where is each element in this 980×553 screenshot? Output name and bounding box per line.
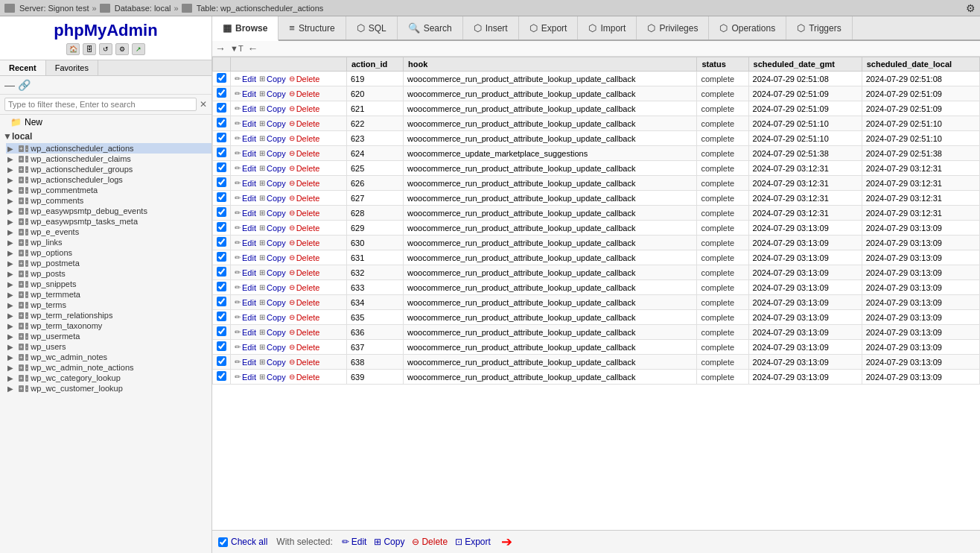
tree-item-wp_snippets[interactable]: ▶ + - wp_snippets — [6, 279, 211, 289]
edit-link[interactable]: ✏ Edit — [235, 164, 256, 173]
copy-link[interactable]: ⊞ Copy — [259, 283, 286, 292]
tree-item-wp_users[interactable]: ▶ + - wp_users — [6, 341, 211, 352]
delete-link[interactable]: ⊖ Delete — [289, 209, 320, 218]
row-checkbox[interactable] — [217, 207, 226, 217]
copy-link[interactable]: ⊞ Copy — [259, 253, 286, 262]
tab-favorites[interactable]: Favorites — [46, 60, 98, 75]
copy-link[interactable]: ⊞ Copy — [259, 298, 286, 307]
edit-link[interactable]: ✏ Edit — [235, 89, 256, 98]
header-scheduled-date-local[interactable]: scheduled_date_local — [862, 57, 979, 72]
refresh-icon[interactable]: ↺ — [99, 43, 112, 55]
tree-item-wp_comments[interactable]: ▶ + - wp_comments — [6, 195, 211, 206]
copy-link[interactable]: ⊞ Copy — [259, 134, 286, 143]
filter-input[interactable] — [4, 98, 197, 111]
copy-link[interactable]: ⊞ Copy — [259, 194, 286, 203]
row-checkbox[interactable] — [217, 118, 226, 127]
delete-link[interactable]: ⊖ Delete — [289, 179, 320, 188]
tab-triggers[interactable]: ⬡Triggers — [786, 16, 853, 40]
nav-back-icon[interactable]: ← — [248, 42, 258, 54]
tab-import[interactable]: ⬡Import — [578, 16, 637, 40]
clear-filter-icon[interactable]: ✕ — [200, 99, 207, 110]
copy-link[interactable]: ⊞ Copy — [259, 313, 286, 322]
header-action-id[interactable]: action_id — [346, 57, 403, 72]
tree-item-wp_commentmeta[interactable]: ▶ + - wp_commentmeta — [6, 185, 211, 195]
tree-root-local[interactable]: ▼ local — [0, 130, 211, 143]
copy-link[interactable]: ⊞ Copy — [259, 179, 286, 188]
tree-item-wp_posts[interactable]: ▶ + - wp_posts — [6, 268, 211, 279]
check-all-label[interactable]: Check all — [231, 537, 267, 547]
copy-link[interactable]: ⊞ Copy — [259, 89, 286, 98]
row-checkbox[interactable] — [217, 326, 226, 336]
delete-link[interactable]: ⊖ Delete — [289, 373, 320, 382]
delete-link[interactable]: ⊖ Delete — [289, 283, 320, 292]
delete-link[interactable]: ⊖ Delete — [289, 238, 320, 247]
row-checkbox[interactable] — [217, 282, 226, 291]
row-checkbox[interactable] — [217, 103, 226, 113]
edit-link[interactable]: ✏ Edit — [235, 75, 256, 83]
delete-link[interactable]: ⊖ Delete — [289, 313, 320, 322]
delete-link[interactable]: ⊖ Delete — [289, 89, 320, 98]
delete-link[interactable]: ⊖ Delete — [289, 343, 320, 352]
tab-search[interactable]: 🔍Search — [398, 16, 463, 40]
bottom-edit-button[interactable]: ✏ Edit — [342, 537, 367, 547]
edit-link[interactable]: ✏ Edit — [235, 134, 256, 143]
delete-link[interactable]: ⊖ Delete — [289, 75, 320, 83]
settings-icon[interactable]: ⚙ — [966, 2, 976, 14]
delete-link[interactable]: ⊖ Delete — [289, 164, 320, 173]
tab-operations[interactable]: ⬡Operations — [709, 16, 786, 40]
delete-link[interactable]: ⊖ Delete — [289, 253, 320, 262]
tree-item-wp_postmeta[interactable]: ▶ + - wp_postmeta — [6, 258, 211, 268]
copy-link[interactable]: ⊞ Copy — [259, 358, 286, 367]
copy-link[interactable]: ⊞ Copy — [259, 209, 286, 218]
delete-link[interactable]: ⊖ Delete — [289, 328, 320, 337]
copy-link[interactable]: ⊞ Copy — [259, 343, 286, 352]
row-checkbox[interactable] — [217, 341, 226, 351]
delete-link[interactable]: ⊖ Delete — [289, 134, 320, 143]
edit-link[interactable]: ✏ Edit — [235, 343, 256, 352]
copy-link[interactable]: ⊞ Copy — [259, 328, 286, 337]
tree-item-wp_term_taxonomy[interactable]: ▶ + - wp_term_taxonomy — [6, 320, 211, 331]
tree-item-wp_options[interactable]: ▶ + - wp_options — [6, 247, 211, 258]
tree-item-wp_terms[interactable]: ▶ + - wp_terms — [6, 300, 211, 310]
header-scheduled-date-gmt[interactable]: scheduled_date_gmt — [748, 57, 862, 72]
edit-link[interactable]: ✏ Edit — [235, 179, 256, 188]
delete-link[interactable]: ⊖ Delete — [289, 358, 320, 367]
sort-icon[interactable]: ▼T — [230, 44, 244, 53]
edit-link[interactable]: ✏ Edit — [235, 373, 256, 382]
row-checkbox[interactable] — [217, 297, 226, 306]
copy-link[interactable]: ⊞ Copy — [259, 119, 286, 128]
tab-sql[interactable]: ⬡SQL — [346, 16, 398, 40]
tree-item-wp_term_relationships[interactable]: ▶ + - wp_term_relationships — [6, 310, 211, 320]
bottom-copy-button[interactable]: ⊞ Copy — [374, 537, 404, 547]
row-checkbox[interactable] — [217, 88, 226, 98]
tree-item-wp_wc_admin_note_actions[interactable]: ▶ + - wp_wc_admin_note_actions — [6, 362, 211, 373]
delete-link[interactable]: ⊖ Delete — [289, 224, 320, 233]
tree-item-wp_actionscheduler_groups[interactable]: ▶ + - wp_actionscheduler_groups — [6, 164, 211, 174]
row-checkbox[interactable] — [217, 222, 226, 232]
edit-link[interactable]: ✏ Edit — [235, 194, 256, 203]
nav-prev-icon[interactable]: → — [215, 42, 226, 54]
delete-link[interactable]: ⊖ Delete — [289, 119, 320, 128]
tab-export[interactable]: ⬡Export — [519, 16, 579, 40]
tab-browse[interactable]: ▦Browse — [212, 16, 279, 41]
row-checkbox[interactable] — [217, 162, 226, 172]
edit-link[interactable]: ✏ Edit — [235, 238, 256, 247]
copy-link[interactable]: ⊞ Copy — [259, 149, 286, 158]
edit-link[interactable]: ✏ Edit — [235, 283, 256, 292]
tree-item-wp_easywpsmtp_tasks_meta[interactable]: ▶ + - wp_easywpsmtp_tasks_meta — [6, 216, 211, 227]
delete-link[interactable]: ⊖ Delete — [289, 194, 320, 203]
copy-link[interactable]: ⊞ Copy — [259, 238, 286, 247]
tree-item-wp_actionscheduler_logs[interactable]: ▶ + - wp_actionscheduler_logs — [6, 174, 211, 185]
edit-link[interactable]: ✏ Edit — [235, 119, 256, 128]
edit-link[interactable]: ✏ Edit — [235, 224, 256, 233]
new-button[interactable]: 📁 New — [10, 117, 207, 127]
delete-link[interactable]: ⊖ Delete — [289, 149, 320, 158]
tree-item-wp_e_events[interactable]: ▶ + - wp_e_events — [6, 227, 211, 237]
delete-link[interactable]: ⊖ Delete — [289, 298, 320, 307]
tree-item-wp_wc_customer_lookup[interactable]: ▶ + - wp_wc_customer_lookup — [6, 383, 211, 394]
header-hook[interactable]: hook — [404, 57, 697, 72]
copy-link[interactable]: ⊞ Copy — [259, 164, 286, 173]
edit-link[interactable]: ✏ Edit — [235, 268, 256, 277]
tab-recent[interactable]: Recent — [0, 60, 46, 75]
tree-item-wp_easywpsmtp_debug_events[interactable]: ▶ + - wp_easywpsmtp_debug_events — [6, 206, 211, 216]
